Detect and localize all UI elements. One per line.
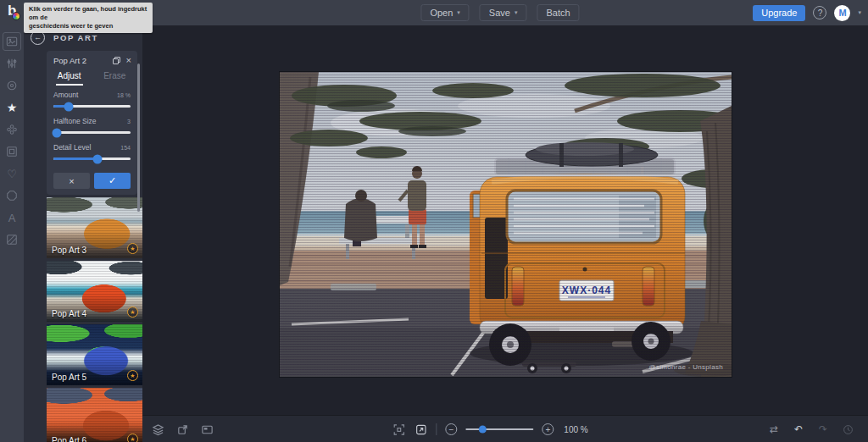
- halftone-size-slider: Halftone Size 3: [53, 117, 131, 134]
- dock-panel-icon[interactable]: [200, 423, 214, 436]
- upgrade-button[interactable]: Upgrade: [753, 5, 805, 21]
- detail-level-slider: Detail Level 154: [53, 143, 131, 160]
- preset-label: Pop Art 4: [52, 309, 86, 318]
- halftone-size-thumb[interactable]: [52, 128, 61, 137]
- cancel-button[interactable]: ×: [53, 173, 90, 189]
- amount-track[interactable]: [53, 105, 131, 108]
- tool-fill-pattern-icon[interactable]: [3, 230, 21, 249]
- user-avatar[interactable]: M: [834, 5, 850, 21]
- detail-level-track[interactable]: [53, 157, 131, 160]
- zoom-in-button[interactable]: +: [542, 423, 554, 435]
- pop-art-panel: ← POP ART Pop Art 2 × Adjust Erase: [24, 25, 142, 442]
- tool-badge-octagon-icon[interactable]: [3, 186, 21, 205]
- halftone-size-track[interactable]: [53, 131, 131, 134]
- app-window: b Klik om verder te gaan, houd ingedrukt…: [0, 0, 868, 442]
- open-menu-button[interactable]: Open ▾: [420, 4, 469, 21]
- preset-label: Pop Art 6: [52, 436, 86, 442]
- amount-thumb[interactable]: [64, 102, 74, 111]
- tab-adjust[interactable]: Adjust: [47, 71, 92, 85]
- zoom-slider[interactable]: [465, 428, 533, 430]
- premium-star-icon: ★: [127, 370, 138, 381]
- layers-icon[interactable]: [151, 423, 164, 436]
- tab-erase-label: Erase: [103, 71, 125, 80]
- logo-rainbow-dot: [12, 12, 20, 20]
- toolbar-divider: [436, 423, 437, 435]
- preset-pop-art-6[interactable]: Pop Art 6 ★: [47, 388, 142, 442]
- detail-level-thumb[interactable]: [92, 154, 102, 163]
- save-menu-label: Save: [489, 8, 510, 18]
- zoom-out-button[interactable]: −: [445, 423, 457, 435]
- apply-button[interactable]: ✓: [94, 173, 131, 189]
- cancel-x-icon: ×: [69, 176, 74, 186]
- preset-label: Pop Art 3: [52, 246, 86, 255]
- tool-rail: ★ ♡ A: [0, 25, 24, 442]
- chevron-down-icon: ▾: [515, 9, 518, 16]
- amount-value: 18 %: [117, 92, 131, 98]
- canvas-image[interactable]: XWX·044: [280, 72, 732, 377]
- premium-star-icon: ★: [127, 243, 138, 254]
- tool-focus-icon[interactable]: [3, 76, 21, 95]
- tool-effects-star-icon[interactable]: ★: [3, 98, 21, 117]
- back-arrow-icon: ←: [34, 33, 42, 41]
- panel-title: POP ART: [53, 33, 98, 42]
- tooltip-line-2: geschiedenis weer te geven: [29, 22, 147, 30]
- card-header: Pop Art 2 ×: [47, 51, 137, 69]
- premium-star-icon: ★: [127, 307, 138, 318]
- preset-pop-art-3[interactable]: Pop Art 3 ★: [47, 197, 142, 258]
- license-plate: XWX·044: [562, 285, 611, 296]
- preset-pop-art-4[interactable]: Pop Art 4 ★: [47, 261, 142, 322]
- toolbar-zoom-group: − + 100 %: [392, 416, 587, 442]
- preset-list: Pop Art 3 ★ Pop Art 4 ★ Pop Art 5 ★ Pop …: [47, 197, 142, 442]
- transform-icon[interactable]: [175, 423, 189, 436]
- halftone-size-value: 3: [127, 119, 131, 124]
- card-tabs: Adjust Erase: [47, 71, 137, 85]
- slider-group: Amount 18 % Halftone Size 3: [47, 85, 137, 171]
- panel-scrollbar[interactable]: [137, 64, 140, 212]
- tool-adjustments-icon[interactable]: [3, 54, 21, 73]
- tab-erase[interactable]: Erase: [92, 71, 138, 85]
- amount-label: Amount: [53, 91, 78, 99]
- save-menu-button[interactable]: Save ▾: [480, 4, 527, 21]
- zoom-slider-thumb[interactable]: [479, 426, 487, 434]
- tool-heart-icon[interactable]: ♡: [3, 164, 21, 183]
- fullscreen-icon[interactable]: [414, 423, 427, 436]
- halftone-size-label: Halftone Size: [53, 117, 97, 125]
- account-chevron-icon[interactable]: ▾: [858, 9, 861, 16]
- star-icon: ★: [7, 102, 18, 113]
- chevron-down-icon: ▾: [457, 9, 460, 16]
- pop-art-2-card: Pop Art 2 × Adjust Erase Amount: [47, 51, 137, 195]
- beach-van-illustration: XWX·044: [280, 72, 732, 377]
- tool-text-icon[interactable]: A: [3, 208, 21, 227]
- toolbar-history-group: ⇄ ↶ ↷: [767, 416, 854, 442]
- compare-icon[interactable]: ⇄: [767, 423, 781, 436]
- canvas-stage: XWX·044: [142, 25, 868, 442]
- premium-star-icon: ★: [127, 434, 138, 442]
- topbar-right-group: Upgrade ? M ▾: [753, 0, 861, 25]
- fit-screen-icon[interactable]: [392, 423, 405, 436]
- heart-icon: ♡: [7, 169, 17, 180]
- top-bar: b Klik om verder te gaan, houd ingedrukt…: [0, 0, 868, 25]
- card-actions: × ✓: [47, 171, 137, 189]
- tooltip-line-1: Klik om verder te gaan, houd ingedrukt o…: [29, 5, 147, 22]
- redo-icon[interactable]: ↷: [816, 423, 830, 436]
- tab-adjust-label: Adjust: [56, 71, 83, 86]
- undo-icon[interactable]: ↶: [792, 423, 805, 436]
- preset-label: Pop Art 5: [52, 373, 86, 382]
- help-icon[interactable]: ?: [813, 6, 826, 19]
- letter-a-icon: A: [8, 213, 16, 224]
- amount-slider: Amount 18 %: [53, 91, 131, 108]
- preset-pop-art-5[interactable]: Pop Art 5 ★: [47, 324, 142, 385]
- detail-level-value: 154: [120, 145, 131, 151]
- batch-menu-button[interactable]: Batch: [537, 4, 579, 21]
- card-title: Pop Art 2: [53, 56, 113, 65]
- history-clock-icon[interactable]: [841, 423, 854, 436]
- tool-shapes-cluster-icon[interactable]: [3, 120, 21, 139]
- toolbar-left-group: [151, 416, 214, 442]
- tool-image-icon[interactable]: [3, 32, 21, 51]
- close-icon[interactable]: ×: [126, 56, 131, 65]
- apply-check-icon: ✓: [108, 175, 116, 186]
- duplicate-icon[interactable]: [113, 57, 120, 64]
- bottom-toolbar: − + 100 % ⇄ ↶: [142, 415, 868, 442]
- tool-frame-icon[interactable]: [3, 142, 21, 161]
- main-menus: Open ▾ Save ▾ Batch: [420, 4, 579, 21]
